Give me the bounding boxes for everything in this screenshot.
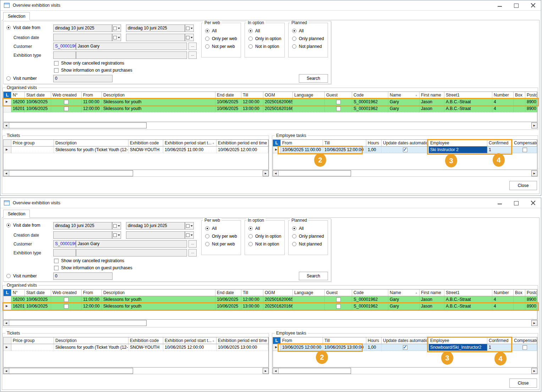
visit-row-16200[interactable]: 16200 10/06/2025 11:00:00 Skilessons for… [4,99,537,106]
visit-date-from-input[interactable]: dinsdag 10 juni 2025 [53,24,112,32]
visit-row-16201[interactable]: 16201 10/06/2025 12:00:00 Skilessons for… [4,303,537,310]
planned-only-radio[interactable]: Only planned [292,36,324,41]
radio-icon[interactable] [205,234,209,238]
checkbox-icon[interactable] [522,345,527,350]
customer-code-input[interactable]: S_00001962 [53,43,76,50]
visit-number-input[interactable]: 0 [53,75,113,82]
search-button[interactable]: Search [299,272,328,280]
visit-date-to-input[interactable]: dinsdag 10 juni 2025 [126,222,185,230]
close-button[interactable]: Close [509,379,537,388]
col-code[interactable]: Code [352,289,388,296]
scroll-left-icon[interactable] [273,171,279,176]
col-first-name[interactable]: First name [420,92,444,99]
cell-employee-selected[interactable]: Ski Instructor 2 [429,147,487,153]
ticket-row[interactable]: Skilessons for youth (Ticket Youth (12-.… [4,147,268,153]
ticket-row[interactable]: Skilessons for youth (Ticket Youth (12-.… [4,344,268,351]
radio-icon[interactable] [205,226,209,231]
radio-icon[interactable] [205,44,209,49]
exhibition-type-name-input[interactable] [76,51,187,59]
radio-icon[interactable] [292,226,296,231]
customer-browse-button[interactable]: ... [188,43,197,50]
minimize-icon[interactable] [497,200,502,206]
per-web-all-radio[interactable]: All [205,226,217,231]
radio-icon[interactable] [248,242,253,246]
planned-only-radio[interactable]: Only planned [292,234,324,239]
calendar-dropdown-button[interactable] [185,231,194,239]
in-option-not-radio[interactable]: Not in option [248,44,279,49]
col-start-date[interactable]: Start date [25,92,51,99]
planned-not-radio[interactable]: Not planned [292,44,322,49]
col-update-dates[interactable]: Update dates automatic... [382,140,429,147]
in-option-all-radio[interactable]: All [248,226,260,231]
radio-icon[interactable] [6,223,11,227]
checkbox-icon[interactable] [403,345,407,350]
col-postcode[interactable]: Postcode [525,289,537,296]
grid-corner-l[interactable]: L [4,92,11,99]
col-task-from[interactable]: From [281,337,323,344]
show-guest-purchases-checkbox[interactable]: Show information on guest purchases [54,68,132,73]
customer-browse-button[interactable]: ... [188,240,197,248]
col-box[interactable]: Box [514,92,525,99]
visit-number-radio[interactable]: Visit number [6,274,37,278]
calendar-dropdown-button[interactable] [112,222,121,230]
calendar-dropdown-button[interactable] [185,222,194,230]
row-selector[interactable] [4,147,11,153]
col-from[interactable]: From [82,289,102,296]
exhibition-type-browse-button[interactable]: ... [188,51,197,59]
radio-icon[interactable] [248,226,253,231]
scroll-right-icon[interactable] [531,170,537,176]
employee-tasks-hscrollbar[interactable] [273,170,351,176]
in-option-not-radio[interactable]: Not in option [248,242,279,247]
scroll-left-icon[interactable] [4,171,9,176]
col-postcode[interactable]: Postcode [525,92,537,99]
exhibition-type-name-input[interactable] [76,249,187,256]
in-option-only-radio[interactable]: Only in option [248,234,281,239]
tab-selection[interactable]: Selection [3,210,30,218]
visit-date-from-radio[interactable]: Visit date from [6,25,40,30]
per-web-not-radio[interactable]: Not per web [205,242,235,247]
radio-icon[interactable] [248,44,253,49]
col-number[interactable]: Number [492,289,514,296]
scroll-left-icon[interactable] [273,368,279,374]
creation-date-to-input[interactable] [126,34,185,41]
col-price-group[interactable]: Price group [11,140,54,147]
col-name-sorted[interactable]: Name [388,289,420,296]
col-from[interactable]: From [82,92,102,99]
radio-icon[interactable] [292,37,296,41]
col-period-start-sorted[interactable]: Exhibition period start t... [163,337,217,344]
col-ogm[interactable]: OGM [263,289,293,296]
visit-date-to-input[interactable]: dinsdag 10 juni 2025 [126,24,185,32]
scroll-left-icon[interactable] [4,123,9,128]
close-icon[interactable] [530,2,536,8]
employee-task-row[interactable]: 10/06/2025 11:00:00 10/06/2025 12:00:00 … [273,147,537,153]
checkbox-icon[interactable] [336,297,341,302]
exhibition-type-browse-button[interactable]: ... [188,249,197,256]
visit-date-from-input[interactable]: dinsdag 10 juni 2025 [53,222,112,230]
radio-icon[interactable] [205,242,209,246]
col-no[interactable]: N° [11,289,25,296]
col-exhibition-code[interactable]: Exhibition code [128,140,163,147]
col-period-end[interactable]: Exhibition period end time [217,140,268,147]
col-update-dates[interactable]: Update dates automatic... [382,337,429,344]
col-ogm[interactable]: OGM [263,92,293,99]
organised-visits-hscrollbar[interactable] [3,320,147,326]
col-end-date[interactable]: End date [215,92,241,99]
radio-icon[interactable] [205,37,209,41]
creation-date-from-input[interactable] [53,34,112,41]
col-web-created[interactable]: Web created [51,92,82,99]
col-start-date[interactable]: Start date [25,289,51,296]
tickets-hscrollbar[interactable] [3,170,133,176]
calendar-dropdown-button[interactable] [112,24,121,32]
per-web-only-radio[interactable]: Only per web [205,234,237,239]
scroll-right-icon[interactable] [263,170,269,176]
radio-icon[interactable] [248,37,253,41]
cell-employee-selected[interactable]: Snowboard/Ski_Instructor2 [429,344,487,351]
checkbox-icon[interactable] [522,148,527,152]
grid-corner-l[interactable]: L [273,337,281,344]
scroll-right-icon[interactable] [531,320,537,326]
row-selector[interactable] [273,147,281,153]
employee-task-row[interactable]: 10/06/2025 12:00:00 10/06/2025 13:00:00 … [273,344,537,351]
creation-date-to-input[interactable] [126,231,185,239]
per-web-only-radio[interactable]: Only per web [205,36,237,41]
col-till[interactable]: Till [241,92,263,99]
